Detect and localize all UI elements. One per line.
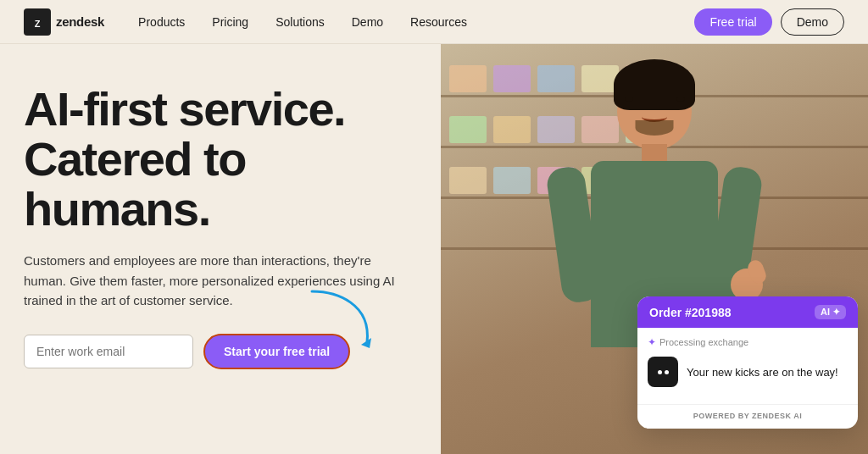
nav-links: Products Pricing Solutions Demo Resource… bbox=[138, 15, 694, 29]
left-section: AI-first service. Catered to humans. Cus… bbox=[0, 44, 441, 454]
arrow-icon bbox=[303, 287, 380, 351]
nav-link-solutions[interactable]: Solutions bbox=[275, 15, 325, 29]
sparkle-icon: ✦ bbox=[648, 336, 656, 348]
chat-header: Order #201988 AI ✦ bbox=[637, 296, 858, 328]
zendesk-logo-icon: Z bbox=[24, 8, 51, 36]
ai-badge: AI ✦ bbox=[815, 305, 846, 319]
chat-widget: Order #201988 AI ✦ ✦ Processing exchange… bbox=[637, 296, 858, 429]
navbar: Z zendesk Products Pricing Solutions Dem… bbox=[0, 0, 868, 44]
hero-title: AI-first service. Catered to humans. bbox=[24, 85, 417, 234]
processing-line: ✦ Processing exchange bbox=[648, 336, 848, 348]
chat-order-title: Order #201988 bbox=[649, 306, 732, 319]
svg-text:Z: Z bbox=[35, 19, 41, 29]
nav-link-pricing[interactable]: Pricing bbox=[212, 15, 248, 29]
chat-avatar bbox=[648, 357, 678, 387]
chat-message-row: Your new kicks are on the way! bbox=[648, 357, 848, 387]
nav-link-demo[interactable]: Demo bbox=[352, 15, 383, 29]
demo-button[interactable]: Demo bbox=[781, 8, 844, 36]
nav-link-products[interactable]: Products bbox=[138, 15, 185, 29]
avatar-dots bbox=[658, 370, 669, 374]
chat-message-text: Your new kicks are on the way! bbox=[687, 366, 838, 379]
main-content: AI-first service. Catered to humans. Cus… bbox=[0, 44, 868, 454]
nav-link-resources[interactable]: Resources bbox=[410, 15, 467, 29]
email-input[interactable] bbox=[24, 335, 193, 368]
logo-text: zendesk bbox=[56, 14, 104, 29]
chat-body: ✦ Processing exchange Your new kicks are… bbox=[637, 328, 858, 404]
right-section: Order #201988 AI ✦ ✦ Processing exchange… bbox=[441, 44, 868, 454]
avatar-dot-1 bbox=[658, 370, 662, 374]
logo[interactable]: Z zendesk bbox=[24, 8, 104, 36]
chat-footer: POWERED BY ZENDESK AI bbox=[637, 404, 858, 429]
avatar-dot-2 bbox=[665, 370, 669, 374]
nav-actions: Free trial Demo bbox=[694, 8, 844, 36]
free-trial-button[interactable]: Free trial bbox=[694, 8, 771, 36]
cta-row: Start your free trial bbox=[24, 334, 417, 369]
